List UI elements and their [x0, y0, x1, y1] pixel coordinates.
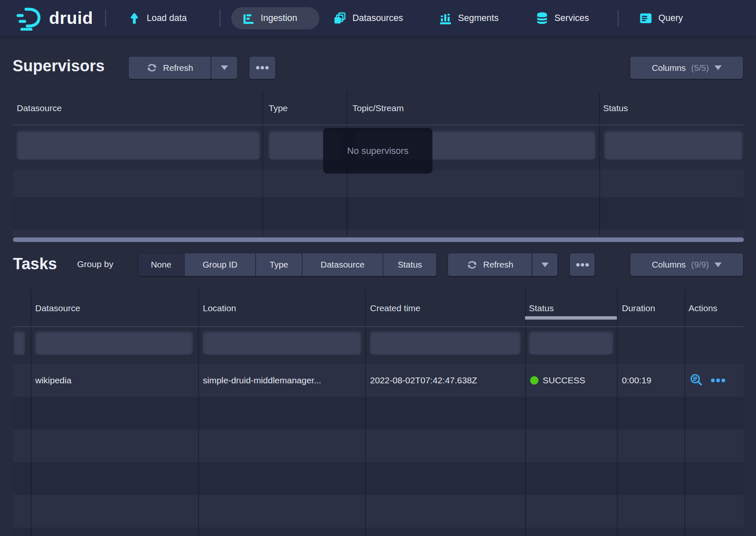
task-header-location[interactable]: Location	[203, 303, 236, 313]
group-by-segmented-control: None Group ID Type Datasource Status	[138, 253, 436, 276]
datasources-icon	[333, 12, 347, 25]
sup-header-topic-stream[interactable]: Topic/Stream	[352, 103, 404, 113]
table-row	[13, 197, 744, 230]
task-cell-duration: 0:00:19	[622, 364, 651, 397]
chevron-down-icon	[715, 263, 722, 267]
supervisors-more-button[interactable]	[249, 57, 275, 79]
nav-item-label: Load data	[147, 13, 187, 23]
tasks-refresh-button[interactable]: Refresh	[448, 253, 532, 276]
nav-item-label: Services	[554, 13, 589, 23]
load-data-icon	[128, 12, 141, 25]
nav-item-label: Query	[658, 13, 683, 23]
empty-message: No supervisors	[347, 146, 409, 156]
sup-header-datasource[interactable]: Datasource	[17, 103, 62, 113]
sup-header-status[interactable]: Status	[603, 103, 628, 113]
task-header-actions[interactable]: Actions	[689, 303, 717, 313]
group-by-type[interactable]: Type	[255, 253, 302, 276]
nav-item-query[interactable]: Query	[639, 0, 683, 36]
sup-filter-datasource[interactable]	[17, 130, 260, 159]
nav-item-load-data[interactable]: Load data	[128, 0, 187, 36]
table-row	[13, 170, 744, 197]
task-header-status[interactable]: Status	[529, 303, 554, 313]
status-sort-indicator	[525, 316, 617, 320]
task-header-duration[interactable]: Duration	[622, 303, 655, 313]
supervisors-title: Supervisors	[13, 57, 105, 75]
more-icon	[576, 263, 589, 267]
task-header-datasource[interactable]: Datasource	[35, 303, 80, 313]
nav-divider	[105, 10, 106, 27]
tasks-more-button[interactable]	[570, 253, 595, 276]
chevron-down-icon	[541, 263, 549, 267]
columns-label: Columns	[652, 63, 686, 73]
nav-divider	[220, 10, 220, 27]
segments-icon	[439, 12, 452, 25]
druid-logo-icon	[16, 6, 44, 31]
success-status-dot	[530, 376, 539, 385]
nav-divider	[618, 10, 619, 27]
table-row	[13, 495, 744, 528]
ingestion-icon	[242, 12, 255, 25]
sup-header-type[interactable]: Type	[269, 103, 288, 113]
columns-count: (9/9)	[691, 260, 709, 270]
services-icon	[536, 12, 549, 25]
no-supervisors-overlay: No supervisors	[323, 128, 432, 174]
task-filter-created-time[interactable]	[370, 331, 520, 354]
status-badge: SUCCESS	[543, 375, 585, 385]
task-cell-datasource: wikipedia	[35, 364, 71, 397]
group-by-datasource[interactable]: Datasource	[302, 253, 383, 276]
columns-label: Columns	[652, 260, 686, 270]
table-row	[13, 397, 744, 429]
table-row	[13, 429, 744, 462]
refresh-label: Refresh	[163, 63, 193, 73]
group-by-status[interactable]: Status	[383, 253, 436, 276]
task-cell-created-time: 2022-08-02T07:42:47.638Z	[370, 364, 477, 397]
nav-item-ingestion[interactable]: Ingestion	[231, 7, 319, 29]
task-cell-location: simple-druid-middlemanager...	[203, 364, 362, 397]
group-by-none[interactable]: None	[138, 253, 184, 276]
task-details-magnifier-icon[interactable]	[689, 373, 704, 388]
refresh-label: Refresh	[483, 260, 513, 270]
task-filter-status[interactable]	[529, 331, 613, 354]
chevron-down-icon	[221, 65, 228, 70]
tasks-title: Tasks	[13, 255, 57, 273]
group-by-label: Group by	[77, 259, 113, 269]
refresh-icon	[466, 259, 478, 271]
supervisors-columns-button[interactable]: Columns (5/5)	[630, 57, 743, 79]
task-filter-location[interactable]	[203, 331, 361, 354]
query-icon	[639, 12, 652, 25]
table-row	[13, 230, 744, 237]
druid-logo[interactable]: druid	[16, 0, 93, 36]
refresh-icon	[146, 62, 158, 73]
nav-item-label: Datasources	[352, 13, 403, 23]
supervisors-refresh-dropdown[interactable]	[211, 57, 237, 79]
nav-item-segments[interactable]: Segments	[439, 0, 499, 36]
nav-item-label: Ingestion	[261, 13, 297, 23]
nav-item-datasources[interactable]: Datasources	[333, 0, 403, 36]
chevron-down-icon	[715, 65, 722, 70]
sup-filter-status[interactable]	[604, 130, 743, 159]
supervisors-horizontal-scrollbar[interactable]	[13, 237, 744, 242]
task-cell-actions	[689, 364, 725, 397]
druid-logo-text: druid	[49, 8, 93, 28]
druid-console: druid Load data	[0, 0, 756, 536]
column-divider	[262, 92, 263, 237]
task-filter-datasource[interactable]	[35, 331, 193, 354]
task-filter-fragment[interactable]	[14, 331, 25, 354]
tasks-refresh-dropdown[interactable]	[532, 253, 557, 276]
header-divider	[13, 326, 744, 327]
task-actions-menu-icon[interactable]	[711, 378, 725, 382]
nav-item-services[interactable]: Services	[536, 0, 589, 36]
nav-item-label: Segments	[458, 13, 499, 23]
tasks-columns-button[interactable]: Columns (9/9)	[630, 253, 743, 276]
columns-count: (5/5)	[691, 63, 709, 73]
column-divider	[599, 92, 600, 237]
table-row	[13, 462, 744, 495]
header-divider	[13, 125, 744, 125]
group-by-group-id[interactable]: Group ID	[184, 253, 255, 276]
supervisors-refresh-button[interactable]: Refresh	[129, 57, 211, 79]
task-header-created-time[interactable]: Created time	[370, 303, 420, 313]
more-icon	[256, 66, 269, 70]
task-cell-status: SUCCESS	[530, 364, 585, 397]
table-row	[13, 528, 744, 536]
top-navbar: druid Load data	[0, 0, 756, 36]
